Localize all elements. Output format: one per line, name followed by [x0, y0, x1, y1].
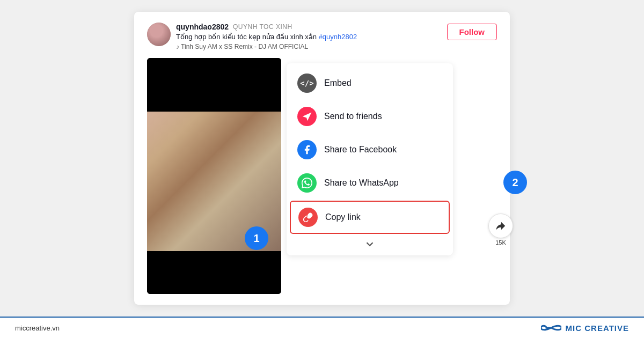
copy-link-label: Copy link — [325, 212, 361, 222]
share-circle-button[interactable] — [488, 214, 513, 238]
footer-brand: MIC CREATIVE — [541, 322, 629, 334]
embed-icon: </> — [297, 74, 317, 93]
whatsapp-icon — [297, 173, 317, 193]
brand-logo-icon — [541, 322, 561, 334]
music-info: ♪ Tinh Suy AM x SS Remix - DJ AM OFFICIA… — [176, 43, 357, 50]
user-text: quynhdao2802 QUYNH TOC XINH Tổng hợp bốn… — [176, 23, 357, 50]
whatsapp-label: Share to WhatsApp — [324, 178, 399, 188]
post-body: 15K 1 </> Embed — [147, 58, 497, 294]
share-count: 15K — [495, 239, 506, 246]
annotation-circle-1: 1 — [245, 226, 268, 250]
share-arrow-icon — [495, 220, 507, 232]
post-description: Tổng hợp bốn kiểu tóc kẹp nửa đầu xinh x… — [176, 33, 357, 41]
brand-name: MIC CREATIVE — [566, 324, 629, 333]
share-menu-facebook[interactable]: Share to Facebook — [287, 133, 453, 166]
send-label: Send to friends — [324, 112, 382, 121]
footer-website: miccreative.vn — [15, 324, 60, 332]
video-container — [147, 58, 281, 294]
share-button-overlay: 15K — [488, 214, 513, 246]
facebook-label: Share to Facebook — [324, 145, 397, 155]
send-icon — [297, 107, 317, 126]
user-info: quynhdao2802 QUYNH TOC XINH Tổng hợp bốn… — [147, 23, 357, 50]
share-menu-copylink[interactable]: Copy link — [290, 201, 450, 234]
username: quynhdao2802 — [176, 23, 229, 31]
post-header: quynhdao2802 QUYNH TOC XINH Tổng hợp bốn… — [147, 23, 497, 50]
share-menu: </> Embed Send to friends — [287, 63, 453, 255]
share-menu-embed[interactable]: </> Embed — [287, 67, 453, 100]
post-card: quynhdao2802 QUYNH TOC XINH Tổng hợp bốn… — [134, 12, 510, 305]
facebook-icon — [297, 140, 317, 159]
main-content: quynhdao2802 QUYNH TOC XINH Tổng hợp bốn… — [0, 0, 644, 317]
footer: miccreative.vn MIC CREATIVE — [0, 317, 644, 338]
embed-label: Embed — [324, 78, 352, 88]
follow-button[interactable]: Follow — [447, 24, 497, 40]
share-menu-send[interactable]: Send to friends — [287, 100, 453, 133]
username-row: quynhdao2802 QUYNH TOC XINH — [176, 23, 357, 31]
chevron-down-icon — [364, 238, 376, 250]
annotation-circle-2: 2 — [503, 171, 527, 194]
avatar — [147, 23, 171, 46]
chevron-down[interactable] — [287, 235, 453, 252]
hashtag: #quynh2802 — [319, 33, 357, 41]
copy-link-icon — [298, 208, 318, 227]
share-menu-whatsapp[interactable]: Share to WhatsApp — [287, 166, 453, 200]
display-name: QUYNH TOC XINH — [233, 23, 292, 31]
